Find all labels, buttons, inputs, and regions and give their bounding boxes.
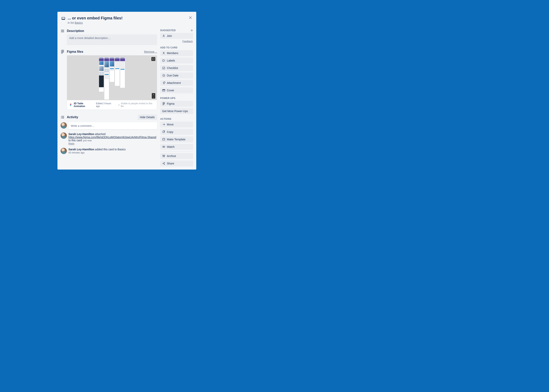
figma-heading: Figma files [67,50,144,54]
figma-icon [162,102,165,105]
reply-link[interactable]: Reply [68,142,75,145]
cover-icon [162,89,165,92]
arrow-icon [162,123,165,126]
archive-button[interactable]: Archive [160,153,193,159]
card-header: ... or even embed Figma files! in list B… [61,15,193,24]
checklist-icon [162,66,165,70]
figma-canvas[interactable]: +− Mobile Mobile Mobile Mobile Mobile [67,56,157,100]
activity-section: Activity Hide Details Write a comment… S… [61,114,157,154]
activity-heading: Activity [67,115,138,119]
card-title[interactable]: ... or even embed Figma files! [68,16,185,20]
card-icon [61,16,68,24]
zoom-control[interactable]: +− [152,93,155,98]
activity-timestamp: 43 minutes ago [68,151,157,154]
make-template-button[interactable]: Make Template [160,136,193,142]
fullscreen-button[interactable] [151,57,155,61]
figma-icon [61,50,67,54]
figma-logo-icon [69,104,72,106]
move-button[interactable]: Move [160,121,193,127]
actions-group: Actions Move Copy Make Template Watch Ar… [160,118,193,166]
avatar[interactable] [61,148,67,154]
cover-button[interactable]: Cover [160,87,193,93]
suggested-group: Suggested Join Feedback [160,29,193,43]
share-icon [162,162,165,165]
user-icon [162,34,165,37]
activity-icon [61,115,67,119]
list-link[interactable]: Basics [75,21,83,24]
figma-powerup-button[interactable]: Figma [160,101,193,107]
watch-button[interactable]: Watch [160,144,193,150]
description-section: Description Add a more detailed descript… [61,29,157,45]
labels-button[interactable]: Labels [160,58,193,63]
due-date-button[interactable]: Due Date [160,72,193,78]
activity-author[interactable]: Sarah Ley-Hamilton [68,133,94,136]
attachment-button[interactable]: Attachment [160,80,193,86]
template-icon [162,138,165,141]
suggested-title: Suggested [160,29,176,32]
figma-file-name[interactable]: 3D Table Animation [74,102,94,108]
get-more-powerups-button[interactable]: Get More Power-Ups [160,108,193,114]
description-icon [61,29,67,33]
feedback-link[interactable]: Feedback [160,40,193,43]
copy-button[interactable]: Copy [160,129,193,135]
figma-embed: +− Mobile Mobile Mobile Mobile Mobile 3D… [67,55,157,110]
card-location: in list Basics [68,21,185,24]
archive-icon [162,154,165,158]
attachment-icon [162,81,165,84]
activity-item: Sarah Ley-Hamilton added this card to Ba… [61,148,157,154]
share-button[interactable]: Share [160,161,193,166]
hide-details-button[interactable]: Hide Details [138,114,157,120]
clock-icon [162,74,165,77]
description-heading: Description [67,29,157,33]
add-to-card-title: Add to card [160,46,177,49]
power-ups-group: Power-Ups Figma Get More Power-Ups [160,97,193,114]
description-input[interactable]: Add a more detailed description… [67,35,157,45]
lock-icon [118,104,120,106]
figma-footer: 3D Table Animation Edited 3 hours ago Vi… [67,100,157,110]
activity-item: Sarah Ley-Hamilton attached https://www.… [61,133,157,145]
figma-frames: Mobile Mobile Mobile Mobile Mobile [99,57,125,99]
avatar[interactable] [61,133,67,139]
close-icon [189,16,192,19]
members-button[interactable]: Members [160,50,193,56]
actions-title: Actions [160,118,171,120]
copy-icon [162,130,165,133]
avatar[interactable] [61,122,67,129]
add-to-card-group: Add to card Members Labels Checklist Due… [160,46,193,93]
gear-icon[interactable] [190,29,193,32]
figma-remove-link[interactable]: Remove… [144,50,157,53]
card-dialog: ... or even embed Figma files! in list B… [57,12,196,169]
figma-edited-time: Edited 3 hours ago [96,102,115,108]
close-button[interactable] [187,14,194,21]
figma-files-section: Figma files Remove… +− Mobile Mobile Mob… [61,50,157,110]
activity-link[interactable]: https://www.figma.com/file/pDDhLpMO0atvn… [68,136,156,139]
activity-author[interactable]: Sarah Ley-Hamilton [68,148,94,151]
label-icon [162,59,165,62]
divider [160,151,193,152]
join-button[interactable]: Join [160,33,193,39]
eye-icon [162,145,165,148]
comment-input[interactable]: Write a comment… [68,122,157,129]
power-ups-title: Power-Ups [160,97,176,99]
checklist-button[interactable]: Checklist [160,65,193,71]
figma-visibility: Visible to people invited to this file [118,102,155,108]
sidebar: Suggested Join Feedback Add to card Memb… [160,29,193,166]
user-icon [162,52,165,55]
